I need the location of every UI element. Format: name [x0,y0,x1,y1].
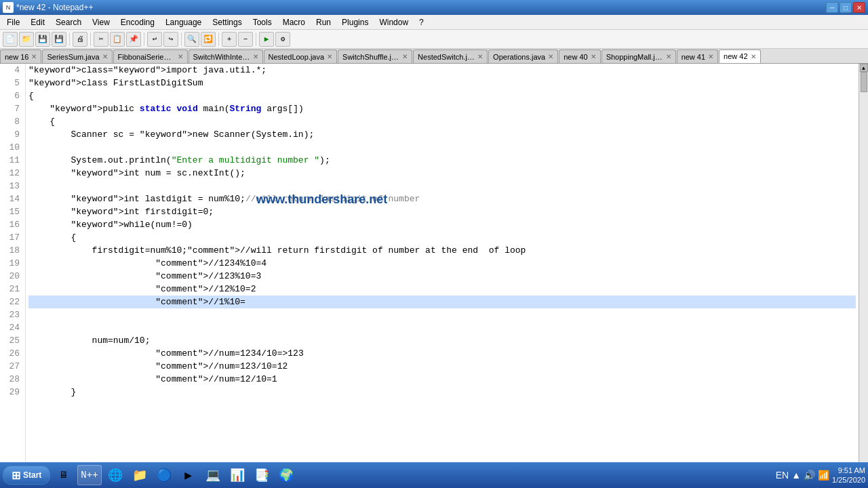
tab-10[interactable]: new 41✕ [677,49,718,63]
code-content[interactable]: "keyword">class="keyword">import java.ut… [26,64,859,399]
menu-item-window[interactable]: Window [374,16,414,28]
line-num-9: 9 [3,128,20,141]
code-line-26[interactable]: "comment">//num=1234/10=>123 [28,347,856,360]
menu-item-language[interactable]: Language [160,16,207,28]
run-btn[interactable]: ▶ [259,32,274,47]
code-line-17[interactable]: { [28,231,856,244]
zoom-out-btn[interactable]: − [238,32,253,47]
editor-container: 4567891011121314151617181920212223242526… [0,64,868,473]
code-line-27[interactable]: "comment">//num=123/10=12 [28,360,856,373]
code-line-25[interactable]: num=num/10; [28,334,856,347]
replace-btn[interactable]: 🔁 [201,32,216,47]
toolbar: 📄 📁 💾 💾 🖨 ✂ 📋 📌 ↩ ↪ 🔍 🔁 + − ▶ ⚙ [0,30,868,49]
compile-btn[interactable]: ⚙ [275,32,290,47]
maximize-button[interactable]: □ [840,2,852,13]
code-line-28[interactable]: "comment">//num=12/10=1 [28,373,856,386]
find-btn[interactable]: 🔍 [184,32,199,47]
tab-9[interactable]: ShoppingMall.java✕ [601,49,676,63]
taskbar-chrome[interactable]: 🔵 [153,464,175,486]
code-area[interactable]: "keyword">class="keyword">import java.ut… [26,64,859,473]
code-line-14[interactable]: "keyword">int lastdigit = num%10;//will … [28,192,856,205]
code-line-6[interactable]: { [28,89,856,102]
taskbar-winamp[interactable]: ▶ [178,464,199,486]
start-button[interactable]: ⊞ Start [3,466,50,485]
scroll-thumb[interactable] [861,72,867,92]
tab-11[interactable]: new 42✕ [719,49,760,63]
code-line-19[interactable]: "comment">//1234%10=4 [28,257,856,270]
tray-up[interactable]: ▲ [791,470,801,481]
cut-btn[interactable]: ✂ [94,32,108,47]
print-btn[interactable]: 🖨 [73,32,87,47]
taskbar-ie[interactable]: 🌐 [104,464,126,486]
code-line-5[interactable]: "keyword">class FirstLastDigitSum [28,77,856,89]
line-num-24: 24 [3,321,20,334]
taskbar-show-desktop[interactable]: 🖥 [53,464,75,486]
code-line-24[interactable] [28,321,856,334]
tab-6[interactable]: NestedSwitch.java✕ [413,49,488,63]
new-file-btn[interactable]: 📄 [3,32,18,47]
scroll-up[interactable]: ▲ [860,64,868,72]
menu-item-macro[interactable]: Macro [277,16,311,28]
code-line-23[interactable] [28,308,856,321]
taskbar-browser2[interactable]: 🌍 [275,464,297,486]
open-btn[interactable]: 📁 [19,32,34,47]
menu-item-view[interactable]: View [87,16,115,28]
system-clock[interactable]: 9:51 AM 1/25/2020 [832,466,865,485]
code-line-21[interactable]: "comment">//12%10=2 [28,283,856,296]
line-num-21: 21 [3,283,20,296]
paste-btn[interactable]: 📌 [126,32,141,47]
code-line-7[interactable]: "keyword">public static void main(String… [28,102,856,115]
tray-network[interactable]: 📶 [818,470,829,481]
taskbar-excel[interactable]: 📊 [226,464,248,486]
code-line-11[interactable]: System.out.println("Enter a multidigit n… [28,154,856,167]
taskbar-folder[interactable]: 📁 [129,464,151,486]
menu-item-edit[interactable]: Edit [25,16,50,28]
code-line-10[interactable] [28,141,856,154]
menu-item-settings[interactable]: Settings [207,16,247,28]
save-all-btn[interactable]: 💾 [52,32,66,47]
code-line-9[interactable]: Scanner sc = "keyword">new Scanner(Syste… [28,128,856,141]
code-line-15[interactable]: "keyword">int firstdigit=0; [28,205,856,218]
code-line-16[interactable]: "keyword">while(num!=0) [28,218,856,231]
menu-item-tools[interactable]: Tools [248,16,277,28]
tab-1[interactable]: SeriesSum.java✕ [42,49,112,63]
taskbar-powerpoint[interactable]: 📑 [251,464,273,486]
right-scrollbar[interactable]: ▲ ▼ [859,64,868,473]
copy-btn[interactable]: 📋 [110,32,125,47]
redo-btn[interactable]: ↪ [163,32,178,47]
zoom-in-btn[interactable]: + [222,32,237,47]
menu-item-plugins[interactable]: Plugins [336,16,374,28]
tab-8[interactable]: new 40✕ [559,49,600,63]
tab-2[interactable]: FibbonaiSeries.java✕ [113,49,188,63]
line-num-6: 6 [3,89,20,102]
app-icon: N [3,2,14,13]
taskbar-notepad[interactable]: N++ [77,465,101,485]
code-line-4[interactable]: "keyword">class="keyword">import java.ut… [28,64,856,77]
menu-item-?[interactable]: ? [414,16,429,28]
code-line-12[interactable]: "keyword">int num = sc.nextInt(); [28,167,856,180]
menu-item-encoding[interactable]: Encoding [115,16,160,28]
taskbar-visual[interactable]: 💻 [202,464,224,486]
tab-3[interactable]: SwitchWithInteger.java✕ [189,49,263,63]
tab-5[interactable]: SwitchShuffle.java✕ [338,49,412,63]
code-line-22[interactable]: "comment">//1%10= [28,296,856,308]
menu-item-search[interactable]: Search [50,16,87,28]
menu-item-run[interactable]: Run [311,16,336,28]
code-line-29[interactable]: } [28,386,856,399]
tab-0[interactable]: new 16✕ [0,49,41,63]
tab-4[interactable]: NestedLoop.java✕ [264,49,338,63]
tab-7[interactable]: Operations.java✕ [488,49,558,63]
save-btn[interactable]: 💾 [35,32,50,47]
code-line-13[interactable] [28,180,856,192]
code-line-20[interactable]: "comment">//123%10=3 [28,270,856,283]
tray-speaker[interactable]: 🔊 [804,470,815,481]
menu-item-file[interactable]: File [1,16,25,28]
scroll-track[interactable] [860,72,868,465]
tray-lang[interactable]: EN [776,470,789,481]
code-line-18[interactable]: firstdigit=num%10;"comment">//will retur… [28,244,856,257]
undo-btn[interactable]: ↩ [147,32,162,47]
line-numbers: 4567891011121314151617181920212223242526… [0,64,26,473]
minimize-button[interactable]: ─ [826,2,838,13]
code-line-8[interactable]: { [28,115,856,128]
close-button[interactable]: ✕ [853,2,865,13]
